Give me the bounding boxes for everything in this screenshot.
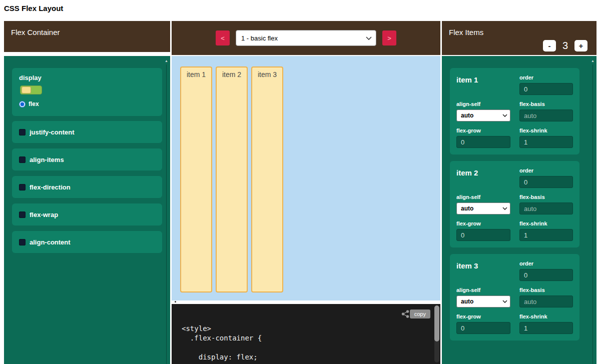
align-self-field: align-self auto	[456, 287, 510, 308]
order-label: order	[519, 260, 573, 267]
item-card-title: item 2	[456, 168, 510, 188]
flex-basis-input[interactable]	[519, 296, 573, 308]
display-toggle[interactable]	[20, 86, 42, 94]
left-panel-scrollbar[interactable]: ▲	[163, 57, 170, 364]
align-self-label: align-self	[456, 101, 510, 108]
code-line: <style>	[182, 324, 262, 334]
flex-shrink-label: flex-shrink	[519, 220, 573, 227]
share-icon[interactable]	[401, 310, 409, 318]
align-self-select[interactable]: auto	[456, 202, 510, 214]
resize-handle-dot[interactable]	[175, 301, 176, 302]
code-scrollbar-thumb[interactable]	[434, 306, 439, 342]
flex-items-title: Flex Items	[449, 28, 483, 36]
scroll-up-icon[interactable]: ▲	[591, 58, 594, 64]
flex-direction-checkbox[interactable]	[19, 184, 26, 190]
flex-container-panel: Flex Container display flex justify-cont…	[4, 21, 170, 364]
flex-basis-field: flex-basis	[519, 287, 573, 308]
align-self-label: align-self	[456, 287, 510, 294]
flex-item-tile-1: item 1	[180, 66, 212, 292]
app: CSS Flex Layout Flex Container display f…	[0, 0, 600, 364]
copy-button[interactable]: copy	[410, 310, 430, 318]
property-card-align-content: align-content	[12, 231, 162, 253]
flex-basis-label: flex-basis	[519, 287, 573, 294]
property-card-align-items: align-items	[12, 148, 162, 170]
property-card-label: align-items	[30, 156, 64, 164]
order-field: order	[519, 168, 573, 188]
flex-container-body: display flex justify-content align-items	[4, 56, 170, 364]
flex-grow-label: flex-grow	[456, 220, 510, 227]
prev-example-button[interactable]: <	[216, 30, 230, 46]
flex-radio-row: flex	[19, 100, 155, 108]
flex-items-header: Flex Items - 3 +	[442, 21, 596, 55]
code-panel: copy <style> .flex-container { display: …	[172, 304, 440, 364]
code-line	[182, 343, 262, 352]
flex-items-body: item 1 order align-self auto	[442, 56, 596, 364]
flex-shrink-input[interactable]	[519, 322, 573, 334]
property-card-label: justify-content	[30, 128, 75, 136]
order-input[interactable]	[519, 83, 573, 95]
flex-basis-input[interactable]	[519, 110, 573, 122]
property-card-flex-wrap: flex-wrap	[12, 204, 162, 226]
display-card: display flex	[12, 68, 162, 116]
order-input[interactable]	[519, 269, 573, 281]
align-self-select-wrap: auto	[456, 202, 510, 214]
property-card-justify-content: justify-content	[12, 121, 162, 143]
example-select-wrap: 1 - basic flex	[236, 30, 376, 46]
flex-shrink-field: flex-shrink	[519, 314, 573, 334]
right-panel-scrollbar[interactable]: ▲	[589, 57, 596, 364]
flex-shrink-input[interactable]	[519, 136, 573, 148]
flex-radio[interactable]	[19, 101, 26, 108]
scroll-up-icon[interactable]: ▲	[165, 58, 168, 64]
flex-shrink-label: flex-shrink	[519, 128, 573, 134]
code-scrollbar[interactable]	[434, 306, 439, 362]
display-label: display	[19, 74, 155, 82]
flex-grow-field: flex-grow	[456, 314, 510, 334]
item-count-controls: - 3 +	[543, 40, 587, 52]
flex-grow-label: flex-grow	[456, 128, 510, 134]
remove-item-button[interactable]: -	[543, 40, 556, 52]
align-self-field: align-self auto	[456, 101, 510, 122]
order-label: order	[519, 168, 573, 174]
flex-items-panel: Flex Items - 3 + item 1 order align-self	[442, 21, 596, 364]
example-select[interactable]: 1 - basic flex	[236, 30, 376, 46]
toggle-knob-icon	[22, 86, 31, 94]
align-self-select[interactable]: auto	[456, 296, 510, 308]
align-self-label: align-self	[456, 194, 510, 200]
flex-basis-field: flex-basis	[519, 194, 573, 214]
item-card-2: item 2 order align-self auto	[450, 161, 579, 248]
flex-container-title: Flex Container	[11, 28, 60, 36]
code-block: <style> .flex-container { display: flex;	[182, 324, 262, 362]
order-field: order	[519, 74, 573, 95]
example-nav-header: < 1 - basic flex >	[172, 21, 440, 55]
flex-shrink-input[interactable]	[519, 229, 573, 241]
flex-basis-input[interactable]	[519, 202, 573, 214]
flex-grow-label: flex-grow	[456, 314, 510, 320]
next-example-button[interactable]: >	[382, 30, 396, 46]
align-content-checkbox[interactable]	[19, 239, 26, 246]
flex-radio-label: flex	[29, 100, 39, 108]
flex-wrap-checkbox[interactable]	[19, 212, 26, 218]
flex-item-tile-2: item 2	[216, 66, 248, 292]
flex-basis-label: flex-basis	[519, 101, 573, 108]
flex-grow-field: flex-grow	[456, 220, 510, 241]
flex-basis-label: flex-basis	[519, 194, 573, 200]
align-self-select-wrap: auto	[456, 296, 510, 308]
align-items-checkbox[interactable]	[19, 156, 26, 163]
property-card-label: flex-wrap	[30, 211, 58, 218]
order-input[interactable]	[519, 176, 573, 188]
flex-preview-area: item 1 item 2 item 3	[172, 56, 440, 300]
code-line: .flex-container {	[182, 334, 262, 343]
flex-grow-input[interactable]	[456, 322, 510, 334]
item-card-title: item 3	[456, 260, 510, 281]
align-self-field: align-self auto	[456, 194, 510, 214]
item-card-3: item 3 order align-self auto	[450, 254, 579, 340]
flex-item-tile-3: item 3	[251, 66, 283, 292]
flex-grow-input[interactable]	[456, 136, 510, 148]
order-field: order	[519, 260, 573, 281]
align-self-select[interactable]: auto	[456, 110, 510, 122]
scrollbar-track	[592, 64, 593, 364]
add-item-button[interactable]: +	[574, 40, 587, 52]
justify-content-checkbox[interactable]	[19, 129, 26, 136]
flex-basis-field: flex-basis	[519, 101, 573, 122]
flex-grow-input[interactable]	[456, 229, 510, 241]
